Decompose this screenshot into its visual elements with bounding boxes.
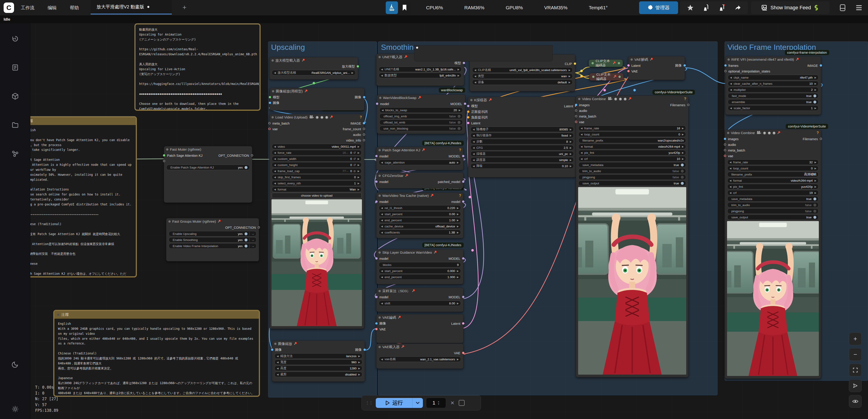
node-header[interactable]: Load Video (Upload)VHS? [270, 114, 364, 121]
output-frame-count[interactable] [363, 128, 365, 130]
note-node-3[interactable]: 注釋English With a 3090 24GB graphics card… [53, 310, 260, 397]
widget-[interactable]: ◀採樣器uni_pc▶ [470, 151, 574, 157]
output-[interactable] [684, 64, 686, 67]
node-[interactable]: 放大模型載入器放大模型◀放大模型名稱RealESRGAN_x4plus_ani.… [269, 57, 358, 79]
widget-unet[interactable]: ◀UNET名稱wan2.1_t2v_1.3B_fp16.safe...▶ [379, 67, 462, 72]
widget-increment-arrow[interactable]: ▶ [570, 140, 571, 143]
widget-increment-arrow[interactable]: ▶ [458, 68, 459, 71]
bookmark-icon[interactable] [398, 1, 411, 14]
widget-rel-l1-thresh[interactable]: ◀rel_l1_thresh0.220▶ [379, 205, 461, 211]
widget-vae[interactable]: ◀vae名稱wan_2.1_vae.safetensors▶ [379, 356, 461, 362]
input-[interactable] [467, 116, 469, 119]
input-model[interactable] [375, 200, 378, 203]
run-button[interactable]: 运行 [376, 398, 412, 408]
output-audio[interactable] [363, 133, 365, 136]
node-header[interactable]: Patch Sage Attention KJ? [376, 147, 463, 153]
widget-decrement-arrow[interactable]: ◀ [473, 134, 474, 137]
input-patch-sage-attention-kj[interactable] [163, 154, 165, 157]
node-header[interactable]: 圖像縮放(用模型) [270, 88, 364, 94]
widget-increment-arrow[interactable]: ▶ [682, 157, 684, 160]
widget-blocks-to-swap[interactable]: ◀blocks_to_swap20▶ [379, 107, 463, 113]
node-skip-layer-guidance-wanvideo[interactable]: Skip Layer Guidance WanVideomodelMODELbl… [376, 249, 463, 284]
model-library-icon[interactable] [11, 93, 19, 100]
node-fast-muter-rgthree[interactable]: Fast Muter (rgthree)Patch Sage Attention… [164, 146, 252, 203]
node-canvas[interactable]: UpscalingSmoothingVideo Frame Interpolat… [0, 23, 868, 419]
widget-increment-arrow[interactable]: ▶ [358, 157, 360, 160]
input-[interactable] [467, 105, 469, 107]
toggle-dot[interactable] [681, 170, 684, 172]
toggle-visibility-eye-button[interactable] [849, 395, 862, 408]
input-[interactable] [269, 102, 271, 104]
widget-multiplier[interactable]: ◀multiplier2▶ [728, 87, 818, 92]
widget-increment-arrow[interactable]: ▶ [358, 188, 360, 191]
widget-decrement-arrow[interactable]: ◀ [730, 161, 731, 163]
output-image[interactable] [363, 122, 365, 124]
widget-decrement-arrow[interactable]: ◀ [473, 128, 474, 131]
widget-decrement-arrow[interactable]: ◀ [274, 170, 276, 172]
widget-decrement-arrow[interactable]: ◀ [581, 133, 583, 136]
widget-increment-arrow[interactable]: ▶ [358, 355, 360, 357]
input-model[interactable] [375, 155, 378, 157]
widget-increment-arrow[interactable]: ▶ [682, 151, 684, 154]
theme-toggle-moon-icon[interactable] [11, 361, 19, 368]
node-header[interactable]: CFGZeroStar [376, 172, 463, 179]
node-header[interactable]: VAE編碼 [376, 314, 463, 321]
widget-decrement-arrow[interactable]: ◀ [381, 225, 383, 228]
jump-to-group-arrow[interactable]: → [249, 232, 254, 235]
widget-decrement-arrow[interactable]: ◀ [274, 145, 276, 148]
workflows-folder-icon[interactable] [11, 121, 19, 129]
widget-increment-arrow[interactable]: ▶ [358, 367, 360, 369]
widget-coefficients[interactable]: ◀coefficients1.3B▶ [379, 230, 461, 235]
widget-decrement-arrow[interactable]: ◀ [473, 146, 474, 149]
toggle-dot[interactable] [245, 166, 247, 169]
node-clip[interactable]: CLIP文本編碼器 [589, 59, 623, 67]
node-fast-groups-muter-rgthree[interactable]: Fast Groups Muter (rgthree)OPT_CONNECTIO… [166, 218, 259, 261]
toggle-dot[interactable] [245, 232, 247, 235]
output-opt-connection[interactable] [251, 154, 253, 157]
collapsed-input-dot[interactable] [592, 76, 594, 78]
new-workflow-button[interactable]: + [180, 4, 189, 11]
widget-decrement-arrow[interactable]: ◀ [381, 219, 383, 222]
settings-gear-icon[interactable] [11, 406, 19, 413]
output-[interactable] [357, 65, 359, 67]
widget-increment-arrow[interactable]: ▶ [358, 170, 360, 172]
widget-increment-arrow[interactable]: ▶ [570, 134, 571, 137]
manager-button[interactable]: 管理器 [639, 1, 678, 14]
widget-save-output[interactable]: save_outputtrue [578, 181, 686, 186]
widget-decrement-arrow[interactable]: ◀ [274, 188, 276, 191]
input-vae[interactable] [375, 328, 378, 330]
widget-decrement-arrow[interactable]: ◀ [730, 167, 731, 170]
widget-increment-arrow[interactable]: ▶ [457, 358, 459, 361]
widget-increment-arrow[interactable]: ▶ [457, 206, 459, 209]
widget-decrement-arrow[interactable]: ◀ [473, 165, 474, 167]
toggle-dot[interactable] [458, 115, 461, 118]
widget-loop-count[interactable]: ◀loop_count0▶ [727, 166, 818, 171]
widget-crf[interactable]: ◀crf19▶ [727, 190, 818, 195]
toggle-dot[interactable] [458, 127, 461, 130]
toggle-dot[interactable] [813, 94, 816, 97]
widget-decrement-arrow[interactable]: ◀ [274, 151, 276, 154]
widget-[interactable]: ◀数据类型fp8_e4m3fn▶ [379, 73, 462, 78]
widget-decrement-arrow[interactable]: ◀ [581, 157, 583, 160]
widget-increment-arrow[interactable]: ▶ [457, 219, 459, 222]
output-latent[interactable] [462, 322, 464, 325]
show-image-feed-button[interactable]: Show Image Feed [751, 1, 830, 14]
zoom-in-button[interactable]: + [849, 332, 862, 345]
widget-skip-first-frames[interactable]: ◀skip_first_frames0▶ [272, 174, 362, 180]
widget-[interactable]: ◀步數8▶ [470, 139, 574, 144]
widget-increment-arrow[interactable]: ▶ [814, 82, 816, 85]
widget-increment-arrow[interactable]: ▶ [457, 302, 459, 304]
node-header[interactable]: Fast Groups Muter (rgthree) [166, 218, 259, 225]
input-vae[interactable] [724, 155, 726, 157]
widget-increment-arrow[interactable]: ▶ [457, 213, 459, 215]
output-filenames[interactable] [687, 104, 689, 106]
node-header[interactable]: RIFE VFI (recommend rife47 and rife49) [725, 56, 821, 63]
widget-decrement-arrow[interactable]: ◀ [473, 140, 474, 143]
widget-frame-rate[interactable]: ◀frame_rate32▶ [727, 159, 818, 165]
widget-[interactable]: ◀高度1280▶ [275, 365, 362, 371]
widget-decrement-arrow[interactable]: ◀ [730, 191, 731, 194]
widget-pix-fmt[interactable]: ◀pix_fmtyuv420p▶ [578, 150, 686, 155]
widget-[interactable]: ◀放大模型名稱RealESRGAN_x4plus_ani...▶ [272, 70, 355, 75]
output-model[interactable] [462, 155, 464, 157]
widget-sage-attention[interactable]: ◀sage_attentionauto▶ [379, 160, 461, 165]
